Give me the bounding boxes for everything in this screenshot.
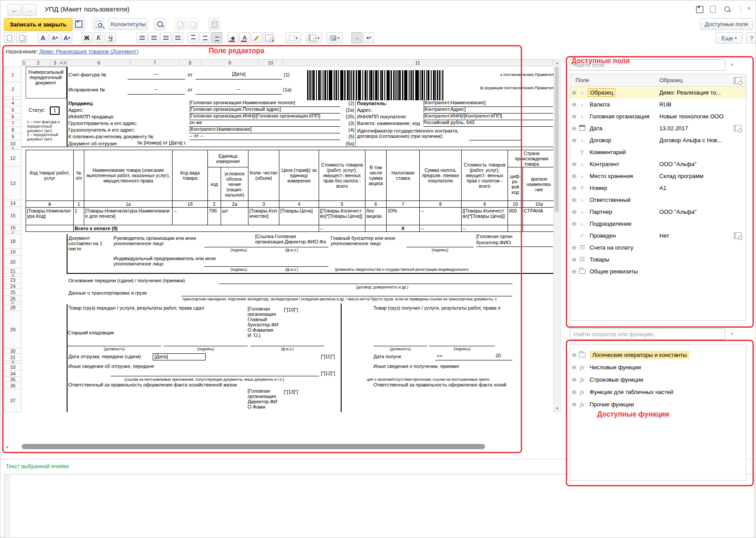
cell-buyer-value[interactable]: [Контрагент.Наименование] [423,100,553,107]
goods-table[interactable]: Код товара/ работ, услуг № п/п Наименова… [26,150,556,232]
menu-kebab-icon[interactable]: ⋮ [737,5,744,13]
field-row-kontragent[interactable]: ⊕›КонтрагентООО "Альфа" [570,158,746,170]
save-and-close-button[interactable]: Записать и закрыть [4,18,72,31]
assignment-link[interactable]: Демо: Реализация товаров (Документ) [39,49,139,55]
cell-ot[interactable]: от [188,87,192,92]
goods-cell[interactable]: СТРАНА [523,208,556,225]
cell-status-note-1[interactable]: 1 – счет-фактура и передаточный документ… [27,120,66,133]
copy-style-button[interactable] [174,18,185,30]
goods-total-label[interactable]: Всего к оплате (9) [74,225,319,232]
field-row-kommentariy[interactable]: ТКомментарий [570,146,746,158]
scroll-up-icon[interactable]: ▲ [555,61,559,65]
cell-head-value[interactable]: [Ссылка.Головная организация.Директор.ФИ… [255,234,328,247]
valign-middle-button[interactable] [199,32,211,43]
valign-top-button[interactable] [188,32,199,43]
cell-contract-id-value[interactable] [469,134,521,140]
row-header[interactable]: 30 [4,349,22,354]
row-header[interactable]: 18 [4,234,22,249]
cell-invoice-number[interactable]: --- [128,71,185,80]
cell-buyer-label[interactable]: Валюта: наименование, код [357,121,420,126]
more-button[interactable]: Еще▾ [715,32,743,44]
column-header[interactable]: 10 [259,59,283,66]
cell-other-receive-label[interactable]: Иные сведения о получении, приемке [373,364,515,369]
goods-cell[interactable]: [Товары.Номенклатура.Наименование для пе… [84,208,173,225]
cell-ot[interactable]: от [188,72,192,77]
cell-accountant-value-2[interactable]: бухгалтер.ФИО. [476,240,553,247]
row-header[interactable]: 1 [4,67,22,82]
paste-style-button[interactable] [187,18,198,30]
chevron-right-icon[interactable]: › [578,101,586,108]
cell-head-label[interactable]: Руководитель организации или иное уполно… [113,235,205,246]
horizontal-scroll-thumb[interactable] [22,444,485,449]
cell-accountant-label[interactable]: Главный бухгалтер или иное уполномоченно… [331,235,406,246]
cell-resp-ship-label[interactable]: Ответственный за правильность оформления… [68,382,316,387]
cell-ship-date-label[interactable]: Дата отгрузки, передачи (сдачи) [68,354,152,359]
headers-footers-button[interactable]: Колонтитулы [109,18,148,30]
cell-ip-label[interactable]: Индивидуальный предприниматель или иное … [113,256,219,266]
field-row-scheta-na-oplatu[interactable]: ⊕Счета на оплату [570,242,746,254]
function-group-string[interactable]: ⊕fxСтроковые функции [570,374,746,386]
cell-seller-label[interactable]: К платежно-расчетному документу № [68,134,188,139]
expand-plus-icon[interactable]: ⊕ [570,244,578,251]
scroll-left-icon[interactable]: ◄ [5,445,9,449]
row-header[interactable]: 17 [4,231,22,234]
page-setup-button[interactable] [209,18,220,30]
selected-cell-text-input[interactable] [4,474,755,538]
cell-receive-title[interactable]: Товар (груз) получил / услуги, результат… [373,305,553,311]
clear-table-button[interactable]: × [263,32,275,43]
border-pencil-button[interactable] [251,32,262,43]
expand-plus-icon[interactable]: ⊕ [570,220,578,227]
row-header[interactable]: 6 [4,114,22,120]
expand-plus-icon[interactable]: ⊕ [570,376,578,383]
row-header[interactable]: 33 [4,364,22,371]
goods-cell[interactable]: [Товары.Номенклатура.Код] [26,208,74,225]
scroll-down-icon[interactable]: ▼ [555,406,559,411]
cell-code-10[interactable]: ["[10]"] [284,307,298,312]
cell-signer-fio-value[interactable]: [Головная организация.Главный бухгалтер.… [248,306,278,338]
chevron-right-icon[interactable]: › [578,113,586,120]
row-header[interactable]: 36 [4,382,22,389]
field-row-dogovor[interactable]: ⊕›ДоговорДоговор Альфа с Нов... [570,134,746,146]
find-button[interactable] [154,18,165,30]
font-color-button[interactable]: А [239,32,250,43]
row-header[interactable]: 25 [4,289,22,296]
chevron-right-icon[interactable]: › [578,208,586,216]
function-group-other[interactable]: ⊕fxПрочие функции [570,398,746,410]
editor-horizontal-scrollbar[interactable]: ◄ [4,443,553,451]
column-header[interactable]: 2 [26,59,51,66]
underline-button[interactable]: Ч [105,32,116,43]
column-header[interactable]: 8 [179,59,201,66]
cell-other-ship-label[interactable]: Иные сведения об отгрузке, передаче [68,364,267,369]
goods-cell[interactable]: 1 [74,208,84,225]
cell-correction-label[interactable]: Исправление № [68,87,130,92]
cell-resp-fio-value[interactable]: [Головная организация.Директор.ФИО.Фами [248,388,278,412]
cell-seller-value[interactable]: [Головная организация.Почтовый адрес] [189,106,340,114]
borders-dropdown[interactable]: ▾ [285,32,301,43]
font-larger-button[interactable]: А▾ [61,32,72,43]
field-row-podrazdelenie[interactable]: ⊕›Подразделение [570,218,746,230]
expand-plus-icon[interactable]: ⊕ [570,173,578,179]
row-settings-icon[interactable] [734,232,741,239]
goods-cell[interactable]: 20% [387,208,420,225]
row-header[interactable]: 15 [4,207,22,224]
column-header[interactable]: 9 [201,59,259,66]
copy-button[interactable] [16,32,27,43]
text-direction-button[interactable]: → [351,32,362,43]
field-row-obrazec[interactable]: ⊕›ОбразецДемо: Реализация то... [570,87,746,99]
receive-date-line[interactable]: « » 20 [435,353,512,360]
goods-total-cell[interactable]: -- [319,225,365,232]
available-fields-button[interactable]: Доступные поля [700,18,753,30]
row-header[interactable]: 7 [4,120,22,127]
field-row-golovnaya-organizaciya[interactable]: ⊕›Головная организацияНовые технологии О… [570,110,746,122]
row-header[interactable]: 23 [4,277,22,284]
forward-button[interactable]: → [23,4,37,16]
cell-buyer-value[interactable]: [Контрагент.ИНН]/[Контрагент.КПП] [423,113,553,120]
chevron-right-icon[interactable]: › [578,136,586,144]
field-row-nomer[interactable]: ⊕ТНомерА1 [570,182,746,194]
column-header[interactable]: 7 [131,59,179,66]
bold-button[interactable]: Ж [81,32,92,43]
cell-position-value[interactable]: Старший кладовщик [68,330,114,335]
cell-invoice-label[interactable]: Счет-фактура № [68,72,130,77]
cell-seller-label[interactable]: Грузоотправитель и его адрес: [68,121,137,126]
row-header[interactable]: 19 [4,249,22,255]
